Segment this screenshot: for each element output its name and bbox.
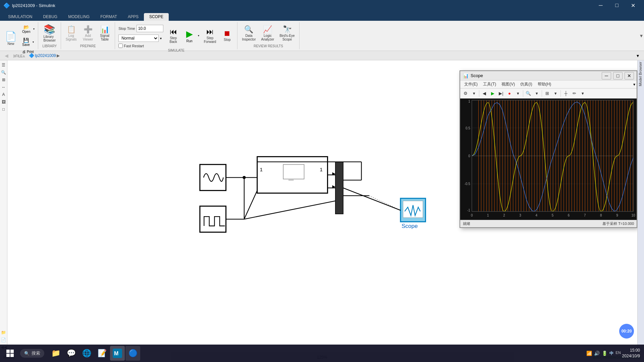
scope-next-button[interactable]: ▶|: [497, 89, 505, 98]
scope-zoom-button[interactable]: 🔍: [524, 89, 532, 98]
open-arrow[interactable]: ▾: [32, 23, 36, 35]
stop-button[interactable]: ⏹ Stop: [219, 28, 235, 43]
taskbar-app-matlab[interactable]: M: [110, 346, 125, 361]
save-icon: 💾: [23, 38, 29, 43]
back-button[interactable]: ◀: [3, 52, 10, 59]
scope-menu-sim[interactable]: 仿真(I): [518, 81, 535, 88]
birds-eye-button[interactable]: 🔭 Bird's-EyeScope: [277, 24, 297, 43]
scope-play-button[interactable]: ▶: [489, 89, 497, 98]
scope-pen-button[interactable]: ✏: [570, 89, 578, 98]
fast-restart-checkbox[interactable]: Fast Restart: [118, 44, 163, 48]
scope-cursor-button[interactable]: ┼: [562, 89, 570, 98]
taskbar-app-other[interactable]: 🔵: [125, 346, 140, 361]
tab-scope[interactable]: SCOPE: [144, 13, 169, 21]
run-arrow[interactable]: ▾: [197, 27, 201, 45]
hand-tool-button[interactable]: ☰: [0, 62, 7, 68]
fast-restart-check[interactable]: [118, 44, 123, 48]
doc-tool-button[interactable]: 📄: [0, 337, 7, 343]
tab-debug[interactable]: DEBUG: [38, 13, 63, 21]
breadcrumb-expand-button[interactable]: ▾: [634, 52, 641, 59]
forward-button[interactable]: ▶: [11, 52, 19, 59]
sim-params: Stop Time Normal Accelerator Rapid Accel…: [117, 23, 165, 49]
fit-button[interactable]: ⊞: [0, 76, 7, 83]
file-tool-button[interactable]: 📁: [0, 329, 7, 336]
taskbar-search[interactable]: 🔍 搜索: [20, 349, 44, 358]
toolbar-prepare-section: 📋 LogSignals ➕ AddViewer 📊 SignalTable P…: [61, 22, 115, 49]
up-button[interactable]: ▲: [20, 52, 28, 59]
svg-text:2: 2: [503, 214, 505, 217]
tab-apps[interactable]: APPS: [122, 13, 144, 21]
breadcrumb-item[interactable]: lp20241009: [35, 53, 56, 58]
open-button[interactable]: 📂 Open ▾: [20, 23, 36, 35]
step-back-button[interactable]: ⏮ StepBack: [165, 26, 181, 45]
step-forward-button[interactable]: ⏭ StepForward: [202, 26, 219, 45]
breadcrumb-icon: 🔷: [29, 53, 34, 58]
toolbar-prepare-body: 📋 LogSignals ➕ AddViewer 📊 SignalTable: [63, 23, 113, 44]
tab-modeling[interactable]: MODELING: [63, 13, 95, 21]
taskbar: 🔍 搜索 📁 💬 🌐 📝 M 🔵 📶 🔊 🔋 中 EN 15:00 2024/1…: [0, 345, 644, 362]
save-arrow[interactable]: ▾: [32, 36, 36, 48]
svg-text:1: 1: [487, 214, 489, 217]
rect-tool-button[interactable]: □: [0, 106, 7, 113]
clock-time: 15:00: [622, 348, 640, 353]
toolbar-simulate-body: Stop Time Normal Accelerator Rapid Accel…: [117, 23, 235, 49]
add-viewer-button[interactable]: ➕ AddViewer: [80, 24, 96, 43]
scope-maximize-button[interactable]: □: [613, 72, 623, 79]
zoom-button[interactable]: 🔍: [0, 69, 7, 76]
scope-dropdown-button[interactable]: ▾: [514, 89, 522, 98]
log-signals-button[interactable]: 📋 LogSignals: [63, 24, 79, 43]
taskbar-time[interactable]: 15:00 2024/10/9: [622, 348, 640, 359]
taskbar-app-word[interactable]: 📝: [95, 346, 109, 361]
tab-format[interactable]: FORMAT: [95, 13, 122, 21]
model-browser-label: Model Browser: [638, 60, 644, 87]
library-browser-button[interactable]: 📚 LibraryBrowser: [40, 23, 59, 44]
run-main[interactable]: ▶ Run: [182, 27, 197, 45]
save-button[interactable]: 💾 Save ▾: [20, 36, 36, 48]
breadcrumb-arrow-icon: ▶: [57, 53, 60, 58]
scope-record-button[interactable]: ●: [505, 89, 514, 98]
maximize-button[interactable]: □: [609, 0, 625, 11]
stop-time-input[interactable]: [137, 25, 163, 32]
canvas-area[interactable]: 1 1 Scope: [7, 60, 637, 352]
taskbar-app-wechat[interactable]: 💬: [64, 346, 78, 361]
new-button[interactable]: 📄 New: [2, 30, 20, 47]
scope-menu-file[interactable]: 文件(E): [462, 81, 480, 88]
logic-analyzer-button[interactable]: 📈 LogicAnalyzer: [259, 24, 277, 43]
scope-menu-view[interactable]: 视图(V): [499, 81, 518, 88]
scope-fit-button[interactable]: ⊞: [543, 89, 551, 98]
save-main[interactable]: 💾 Save: [20, 36, 32, 48]
toolbar-expand[interactable]: ▾: [639, 22, 644, 49]
taskbar-app-edge[interactable]: 🌐: [79, 346, 94, 361]
close-button[interactable]: ✕: [625, 0, 641, 11]
scope-window-icon: 📊: [463, 73, 469, 78]
scope-settings-button[interactable]: ⚙: [462, 89, 470, 98]
scope-close-button[interactable]: ✕: [625, 72, 634, 79]
scope-down-icon[interactable]: ▾: [470, 89, 478, 98]
scope-menu-help[interactable]: 帮助(H): [535, 81, 554, 88]
open-main[interactable]: 📂 Open: [20, 23, 32, 35]
start-button[interactable]: [1, 345, 19, 362]
data-inspector-button[interactable]: 🔍 DataInspector: [239, 24, 258, 43]
arrow-tool-button[interactable]: ↔: [0, 84, 7, 90]
scope-plot[interactable]: 1 0.5 0 -0.5 -1 0 1 2 3 4 5 6 7 8 9 10: [460, 99, 637, 220]
logic-analyzer-icon: 📈: [263, 26, 272, 33]
timer-badge: 00:20: [619, 324, 634, 339]
main-area: ☰ 🔍 ⊞ ↔ A 🖼 □ 📁 📄 ◀◀ 1: [0, 60, 644, 352]
tab-simulation[interactable]: SIMULATION: [3, 13, 38, 21]
scope-menu-tools[interactable]: 工具(T): [480, 81, 499, 88]
taskbar-app-files[interactable]: 📁: [48, 346, 63, 361]
text-tool-button[interactable]: A: [0, 91, 7, 98]
image-tool-button[interactable]: 🖼: [0, 99, 7, 105]
data-inspector-icon: 🔍: [244, 26, 253, 33]
scope-fit-dd[interactable]: ▾: [551, 89, 559, 98]
scope-div1: [479, 90, 479, 97]
sim-mode-select[interactable]: Normal Accelerator Rapid Accelerator: [118, 35, 159, 42]
scope-pen-dd[interactable]: ▾: [579, 89, 587, 98]
run-button[interactable]: ▶ Run ▾: [182, 27, 201, 45]
step-fwd-icon: ⏭: [206, 28, 214, 36]
signal-table-button[interactable]: 📊 SignalTable: [97, 24, 113, 43]
minimize-button[interactable]: ─: [593, 0, 608, 11]
scope-minimize-button[interactable]: ─: [602, 72, 611, 79]
scope-zoom-dd[interactable]: ▾: [533, 89, 541, 98]
scope-prev-button[interactable]: ◀: [480, 89, 488, 98]
